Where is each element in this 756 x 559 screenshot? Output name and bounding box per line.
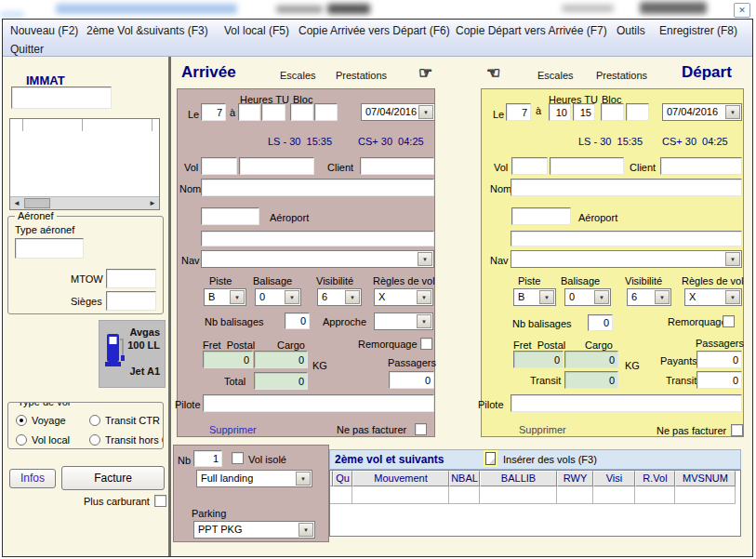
sieges-input[interactable] — [106, 291, 156, 311]
arr-client-input[interactable] — [360, 157, 434, 175]
pointing-hand-right-icon[interactable]: ☞ — [418, 65, 432, 82]
dep-cargo-input[interactable] — [564, 351, 618, 368]
menu-item-outils[interactable]: Outils — [617, 24, 645, 37]
arr-nom-input[interactable] — [201, 179, 434, 196]
arr-vol2-input[interactable] — [239, 157, 314, 175]
dep-heure2-input[interactable] — [573, 103, 595, 121]
arr-vol1-input[interactable] — [201, 157, 237, 175]
landing-type-combo[interactable]: Full landing ▼ — [196, 470, 312, 487]
arr-cargo-input[interactable] — [254, 351, 308, 368]
dep-nb-balisages-input[interactable] — [588, 314, 613, 331]
dep-nom-input[interactable] — [511, 179, 742, 196]
scrollbar-thumb[interactable] — [24, 198, 50, 208]
type-aeronef-input[interactable] — [15, 238, 84, 259]
arr-supprimer-link[interactable]: Supprimer — [209, 424, 257, 435]
arr-ne-pas-facturer-checkbox[interactable] — [415, 423, 427, 435]
pointing-hand-left-icon[interactable]: ☜ — [486, 65, 500, 82]
combo-arrow-icon: ▼ — [296, 472, 311, 486]
dep-pilote-input[interactable] — [511, 394, 742, 412]
menu-item-vol-local[interactable]: Vol local (F5) — [224, 24, 289, 37]
insert-flights-link[interactable]: Insérer des vols (F3) — [503, 454, 597, 465]
dep-day-input[interactable] — [506, 103, 531, 121]
arr-passagers-input[interactable] — [389, 371, 434, 389]
app-window: ✕ Nouveau (F2) 2ème Vol &suivants (F3) V… — [0, 0, 756, 559]
menu-item-quitter[interactable]: Quitter — [10, 43, 44, 56]
dep-supprimer-link[interactable]: Supprimer — [519, 424, 566, 435]
tab-arrivee-prestations[interactable]: Prestations — [336, 70, 387, 81]
arr-bloc1-input[interactable] — [290, 103, 313, 121]
dep-heure1-input[interactable] — [549, 103, 571, 121]
insert-document-icon[interactable] — [485, 452, 496, 465]
dep-vol2-input[interactable] — [550, 157, 624, 175]
dep-date-combo[interactable]: 07/04/2016 ▼ — [662, 103, 742, 121]
fuel-pump-icon — [105, 332, 126, 377]
arr-total-input[interactable] — [254, 372, 308, 390]
radio-transit-hors-ctr[interactable] — [89, 434, 100, 446]
aircraft-listbox[interactable]: ◄ ► — [9, 118, 160, 210]
dep-fret-input[interactable] — [513, 351, 564, 368]
arr-remorquage-label: Remorquage — [358, 339, 418, 350]
dep-piste-combo[interactable]: B ▼ — [513, 288, 556, 306]
menu-item-2eme-vol[interactable]: 2ème Vol &suivants (F3) — [86, 24, 208, 37]
nb-input[interactable] — [193, 450, 222, 467]
close-icon[interactable]: ✕ — [734, 3, 750, 18]
dep-ne-pas-facturer-checkbox[interactable] — [731, 424, 743, 436]
dep-vol1-input[interactable] — [511, 157, 548, 175]
facture-button[interactable]: Facture — [61, 466, 165, 490]
combo-arrow-icon: ▼ — [418, 105, 433, 119]
arr-balisage-combo[interactable]: 0 ▼ — [255, 288, 301, 306]
table-row[interactable] — [330, 486, 740, 504]
dep-aeroport-name-input[interactable] — [511, 231, 742, 246]
arr-nav-combo[interactable]: ▼ — [201, 250, 434, 268]
plus-carburant-checkbox[interactable] — [154, 495, 166, 507]
menu-item-copie-depart-arrivee[interactable]: Copie Départ vers Arrivée (F7) — [456, 24, 607, 37]
vol-isole-checkbox[interactable] — [232, 452, 244, 464]
arr-fret-input[interactable] — [203, 351, 253, 368]
arr-nb-balisages-input[interactable] — [285, 313, 310, 329]
dep-transit-pax-input[interactable] — [696, 371, 742, 389]
arr-aeroport-code-input[interactable] — [201, 207, 259, 225]
arr-remorquage-checkbox[interactable] — [420, 338, 432, 350]
immat-input[interactable] — [11, 87, 112, 109]
arr-piste-combo[interactable]: B ▼ — [204, 288, 246, 306]
radio-transit-ctr[interactable] — [89, 415, 100, 426]
radio-voyage[interactable] — [16, 415, 27, 426]
dep-transit-fret-input[interactable] — [564, 371, 618, 389]
mtow-input[interactable] — [106, 269, 156, 288]
menu-item-nouveau[interactable]: Nouveau (F2) — [10, 24, 78, 37]
arr-aeroport-name-input[interactable] — [201, 231, 434, 246]
arr-heure1-input[interactable] — [238, 103, 260, 121]
infos-button[interactable]: Infos — [9, 469, 56, 488]
col-header-mouvement: Mouvement — [352, 471, 449, 486]
dep-bloc2-input[interactable] — [626, 103, 649, 121]
dep-regles-combo[interactable]: X ▼ — [684, 288, 742, 306]
scroll-right-icon[interactable]: ► — [146, 197, 159, 209]
dep-bloc1-input[interactable] — [601, 103, 624, 121]
arr-le-label: Le — [188, 109, 199, 120]
dep-nav-combo[interactable]: ▼ — [511, 250, 742, 268]
radio-vol-local[interactable] — [16, 434, 27, 446]
arr-date-combo[interactable]: 07/04/2016 ▼ — [361, 103, 435, 121]
dep-payants-input[interactable] — [696, 351, 742, 368]
menu-item-enregistrer[interactable]: Enregistrer (F8) — [659, 24, 737, 37]
tab-depart-prestations[interactable]: Prestations — [596, 70, 647, 81]
arr-approche-combo[interactable]: ▼ — [374, 313, 433, 330]
arr-bloc2-input[interactable] — [314, 103, 338, 121]
arr-nb-balisages-label: Nb balisages — [205, 316, 264, 327]
dep-remorquage-checkbox[interactable] — [723, 315, 735, 327]
scroll-left-icon[interactable]: ◄ — [10, 197, 23, 209]
dep-client-input[interactable] — [660, 157, 742, 175]
dep-visibilite-combo[interactable]: 6 ▼ — [627, 288, 671, 306]
menu-item-copie-arrivee-depart[interactable]: Copie Arrivée vers Départ (F6) — [298, 24, 450, 37]
arr-day-input[interactable] — [201, 103, 226, 121]
dep-balisage-combo[interactable]: 0 ▼ — [564, 288, 611, 306]
tab-depart-escales[interactable]: Escales — [537, 70, 574, 81]
arr-heure2-input[interactable] — [261, 103, 285, 121]
arr-regles-combo[interactable]: X ▼ — [374, 288, 433, 306]
dep-aeroport-code-input[interactable] — [511, 207, 571, 225]
arr-pilote-input[interactable] — [203, 394, 434, 412]
parking-combo[interactable]: PPT PKG ▼ — [193, 521, 315, 539]
tab-arrivee-escales[interactable]: Escales — [280, 70, 316, 81]
arr-visibilite-combo[interactable]: 6 ▼ — [317, 288, 362, 306]
arr-ne-pas-facturer-label: Ne pas facturer — [337, 424, 406, 435]
